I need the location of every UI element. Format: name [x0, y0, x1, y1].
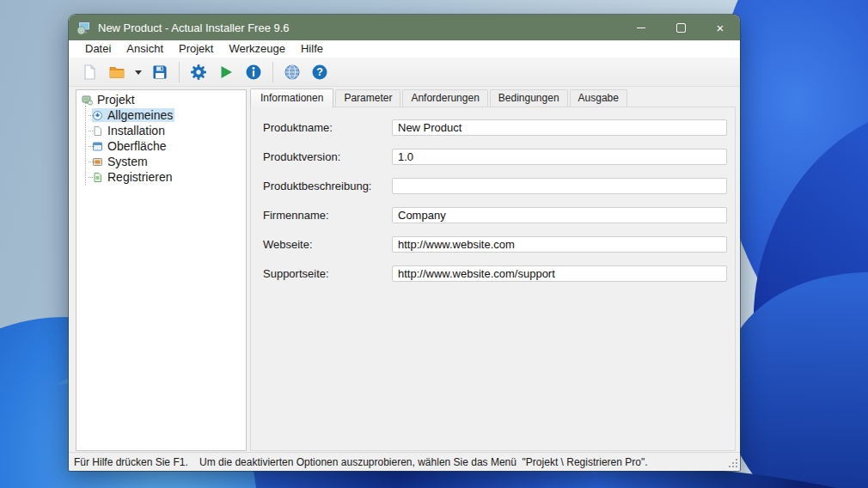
desktop: New Product - Actual Installer Free 9.6 …	[0, 0, 868, 488]
tree-item-installation[interactable]: Installation	[80, 123, 246, 138]
maximize-button[interactable]	[661, 15, 700, 40]
tree-item-projekt[interactable]: Projekt	[80, 92, 246, 107]
open-dropdown-button[interactable]	[131, 60, 145, 84]
tree-item-label: Installation	[106, 124, 167, 137]
form-row-webseite: Webseite:	[263, 236, 735, 253]
form-row-produktname: Produktname:	[263, 119, 735, 136]
svg-text:?: ?	[316, 66, 323, 78]
tab-ausgabe[interactable]: Ausgabe	[570, 89, 627, 107]
new-project-icon	[81, 64, 98, 81]
menubar: Datei Ansicht Projekt Werkzeuge Hilfe	[69, 40, 740, 58]
toolbar-separator	[272, 62, 273, 82]
tab-bedingungen[interactable]: Bedingungen	[490, 89, 568, 107]
window-controls: ×	[621, 15, 740, 40]
tab-bar: Informationen Parameter Anforderungen Be…	[250, 88, 629, 107]
tree-item-label: Registrieren	[106, 170, 174, 184]
titlebar[interactable]: New Product - Actual Installer Free 9.6 …	[69, 15, 740, 40]
tree-item-oberflaeche[interactable]: Oberfläche	[80, 138, 246, 154]
tree-item-label: Allgemeines	[106, 108, 174, 122]
informationen-pane: Produktname: Produktversion: Produktbesc…	[250, 107, 736, 451]
save-project-icon	[151, 64, 168, 81]
window-body: Projekt Allgemeines	[69, 87, 740, 453]
form-row-produktversion: Produktversion:	[263, 149, 735, 165]
website-globe-icon	[284, 64, 301, 81]
info-icon	[245, 64, 262, 81]
tree-item-system[interactable]: System	[80, 154, 246, 169]
supportseite-label: Supportseite:	[263, 267, 392, 280]
produktbeschreibung-input[interactable]	[392, 178, 727, 194]
produktname-label: Produktname:	[263, 121, 392, 134]
form-row-produktbeschreibung: Produktbeschreibung:	[263, 178, 735, 194]
tree-connector-stub	[89, 162, 95, 162]
menu-datei[interactable]: Datei	[77, 40, 119, 58]
tab-anforderungen[interactable]: Anforderungen	[402, 89, 487, 107]
app-logo-icon	[76, 21, 91, 35]
window-title: New Product - Actual Installer Free 9.6	[98, 21, 290, 34]
minimize-button[interactable]	[621, 15, 661, 40]
form-row-supportseite: Supportseite:	[263, 265, 735, 282]
produktbeschreibung-label: Produktbeschreibung:	[263, 180, 392, 192]
settings-gear-icon	[190, 64, 207, 81]
website-button[interactable]	[279, 60, 305, 84]
resize-grip-icon[interactable]	[728, 458, 738, 468]
tab-informationen[interactable]: Informationen	[250, 88, 333, 107]
menu-hilfe[interactable]: Hilfe	[293, 40, 331, 58]
toolbar-separator	[179, 62, 180, 82]
menu-projekt[interactable]: Projekt	[171, 40, 221, 58]
webseite-label: Webseite:	[263, 238, 392, 251]
tree-item-label: System	[106, 155, 150, 168]
tree-connector-stub	[89, 146, 95, 147]
supportseite-input[interactable]	[392, 265, 727, 282]
build-run-icon	[217, 64, 235, 81]
maximize-icon	[676, 23, 686, 33]
tree-item-label: Oberfläche	[106, 139, 168, 153]
help-icon: ?	[311, 64, 328, 81]
tree-item-allgemeines[interactable]: Allgemeines	[80, 107, 246, 123]
settings-button[interactable]	[186, 60, 211, 84]
statusbar: Für Hilfe drücken Sie F1. Um die deaktiv…	[69, 452, 740, 471]
form-row-firmenname: Firmenname:	[263, 207, 735, 223]
firmenname-label: Firmenname:	[263, 209, 392, 222]
tree-item-registrieren[interactable]: Registrieren	[80, 169, 246, 185]
tree-connector-stub	[89, 131, 95, 131]
minimize-icon	[637, 27, 645, 28]
project-tree: Projekt Allgemeines	[76, 90, 246, 185]
produktname-input[interactable]	[392, 119, 727, 136]
open-project-button[interactable]	[104, 60, 130, 84]
app-window: New Product - Actual Installer Free 9.6 …	[69, 15, 740, 471]
menu-ansicht[interactable]: Ansicht	[119, 40, 171, 58]
menu-werkzeuge[interactable]: Werkzeuge	[221, 40, 293, 58]
open-dropdown-icon	[134, 68, 143, 76]
new-project-button[interactable]	[76, 60, 102, 84]
tree-connector-stub	[89, 177, 95, 178]
tab-parameter[interactable]: Parameter	[335, 89, 400, 107]
firmenname-input[interactable]	[392, 207, 727, 223]
webseite-input[interactable]	[392, 236, 727, 253]
tree-item-label: Projekt	[95, 93, 137, 107]
save-project-button[interactable]	[147, 60, 173, 84]
tree-connector-stub	[89, 115, 95, 116]
project-tree-panel: Projekt Allgemeines	[76, 89, 247, 451]
build-run-button[interactable]	[213, 60, 239, 84]
produktversion-input[interactable]	[392, 149, 727, 165]
close-button[interactable]: ×	[700, 15, 740, 40]
close-icon: ×	[717, 21, 724, 34]
produktversion-label: Produktversion:	[263, 150, 392, 163]
status-message: Für Hilfe drücken Sie F1. Um die deaktiv…	[69, 456, 648, 468]
info-button[interactable]	[241, 60, 266, 84]
help-button[interactable]: ?	[307, 60, 333, 84]
project-root-icon	[82, 95, 93, 106]
open-project-icon	[108, 64, 125, 81]
product-form: Produktname: Produktversion: Produktbesc…	[251, 107, 735, 282]
toolbar: ?	[69, 58, 740, 87]
